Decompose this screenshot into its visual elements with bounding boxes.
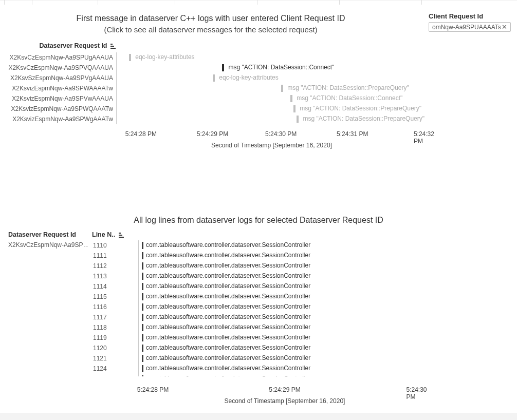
line-number-cell[interactable]: 1121	[92, 355, 138, 362]
gantt-mark[interactable]	[293, 105, 296, 112]
mark-label: com.tableausoftware.controller.dataserve…	[146, 354, 310, 361]
gantt-cell[interactable]: com.tableausoftware.controller.dataserve…	[138, 302, 431, 312]
table-row[interactable]: X2KsvCzEspmNqw-Aa9SPUgAAAUAeqc-log-key-a…	[8, 52, 427, 63]
filter-client-request-id: Client Request Id omNqw-Aa9SPUAAAATs ✕	[429, 12, 511, 32]
gantt-mark[interactable]	[142, 283, 143, 290]
table-row[interactable]: X2KsvCzEspmNqw-Aa9SPVQAAAUAmsg "ACTION: …	[8, 63, 427, 73]
sort-icon[interactable]	[110, 43, 116, 49]
gantt-mark[interactable]	[290, 95, 292, 102]
line-number-cell[interactable]: 1110	[92, 242, 138, 249]
sort-icon[interactable]	[119, 232, 124, 238]
table-row[interactable]: 1110com.tableausoftware.controller.datas…	[92, 240, 431, 251]
line-number-cell[interactable]: 1116	[92, 303, 138, 311]
table-row[interactable]: X2KsvizEspmNqw-Aa9SPWAAAATwmsg "ACTION: …	[8, 83, 427, 93]
line-number-cell[interactable]: 1111	[92, 252, 138, 259]
line-number-cell[interactable]: 1118	[92, 324, 138, 331]
request-id-cell[interactable]: X2KsvizEspmNqw-Aa9SPVwAAAUA	[8, 95, 116, 102]
table-row[interactable]: 1111com.tableausoftware.controller.datas…	[92, 251, 431, 261]
gantt-cell[interactable]: com.tableausoftware.controller.dataserve…	[138, 343, 431, 353]
gantt-mark[interactable]	[142, 273, 143, 280]
table-row[interactable]: 1115com.tableausoftware.controller.datas…	[92, 292, 431, 302]
table-row[interactable]: 1116com.tableausoftware.controller.datas…	[92, 302, 431, 312]
log-lines-scroll[interactable]: 1110com.tableausoftware.controller.datas…	[92, 240, 431, 376]
line-number-cell[interactable]: 1117	[92, 314, 138, 321]
gantt-mark[interactable]	[142, 314, 143, 321]
gantt-cell[interactable]: com.tableausoftware.controller.dataserve…	[138, 364, 431, 374]
table-row[interactable]: 1118com.tableausoftware.controller.datas…	[92, 322, 431, 333]
column-header-dataserver-request-id[interactable]: Dataserver Request Id	[8, 42, 116, 49]
gantt-cell[interactable]: msg "ACTION: DataSession::PrepareQuery"	[116, 114, 427, 124]
gantt-mark[interactable]	[142, 262, 143, 270]
gantt-cell[interactable]: com.tableausoftware.controller.dataserve…	[138, 322, 431, 333]
gantt-cell[interactable]: com.tableausoftware.controller.dataserve…	[138, 240, 431, 251]
request-id-cell[interactable]: X2KsvSzEspmNqw-Aa9SPVgAAAUA	[8, 74, 116, 82]
gantt-mark[interactable]	[142, 324, 143, 331]
gantt-cell[interactable]: com.tableausoftware.controller.dataserve…	[138, 261, 431, 271]
gantt-mark[interactable]	[142, 345, 143, 352]
gantt-mark[interactable]	[142, 355, 143, 362]
line-number-cell[interactable]: 1115	[92, 293, 138, 300]
gantt-mark[interactable]	[142, 375, 143, 376]
line-number-cell[interactable]: 1113	[92, 273, 138, 280]
mark-label: com.tableausoftware.controller.dataserve…	[146, 313, 310, 320]
table-row[interactable]: 1120com.tableausoftware.controller.datas…	[92, 343, 431, 353]
line-number-cell[interactable]: 1124	[92, 365, 138, 372]
filter-chip[interactable]: omNqw-Aa9SPUAAAATs ✕	[429, 22, 511, 32]
panel1-title: First message in dataserver C++ logs wit…	[0, 14, 421, 23]
gantt-cell[interactable]: com.tableausoftware.controller.dataserve…	[138, 281, 431, 292]
gantt-cell[interactable]: msg "ACTION: DataSession::Connect"	[116, 93, 427, 104]
request-id-cell[interactable]: X2KsvizEspmNqw-Aa9SPWAAAATw	[8, 85, 116, 92]
request-id-cell[interactable]: X2KsvizEspmNqw-Aa9SPWgAAATw	[8, 116, 116, 123]
gantt-mark[interactable]	[142, 334, 143, 341]
gantt-mark[interactable]	[142, 252, 143, 259]
request-id-cell[interactable]: X2KsvCzEspmNqw-Aa9SPUgAAAUA	[8, 54, 116, 61]
line-number-cell[interactable]: 1120	[92, 345, 138, 352]
gantt-cell[interactable]: com.tableausoftware.controller.dataserve…	[138, 292, 431, 302]
table-row[interactable]: 1124com.tableausoftware.controller.datas…	[92, 364, 431, 374]
line-number-cell[interactable]: 1114	[92, 283, 138, 290]
table-row[interactable]: 1119com.tableausoftware.controller.datas…	[92, 333, 431, 343]
table-row[interactable]: 1117com.tableausoftware.controller.datas…	[92, 312, 431, 322]
gantt-mark[interactable]	[222, 64, 224, 71]
gantt-cell[interactable]: com.tableausoftware.controller.dataserve…	[138, 312, 431, 322]
axis-tick: 5:24:30 PM	[265, 130, 297, 138]
gantt-mark[interactable]	[129, 54, 131, 61]
gantt-cell[interactable]: msg "ACTION: DataSession::PrepareQuery"	[116, 83, 427, 93]
table-row[interactable]: X2KsvizEspmNqw-Aa9SPWQAAATwmsg "ACTION: …	[8, 104, 427, 114]
close-icon[interactable]: ✕	[501, 23, 508, 31]
table-row[interactable]: 1125com.tableausoftware.controller.datas…	[92, 374, 431, 376]
gantt-cell[interactable]: com.tableausoftware.controller.dataserve…	[138, 353, 431, 364]
gantt-cell[interactable]: eqc-log-key-attributes	[116, 73, 427, 83]
gantt-mark[interactable]	[213, 74, 215, 82]
gantt-mark[interactable]	[142, 365, 143, 372]
chart-first-message: Dataserver Request Id X2KsvCzEspmNqw-Aa9…	[8, 42, 427, 150]
table-row[interactable]: X2KsvizEspmNqw-Aa9SPWgAAATwmsg "ACTION: …	[8, 114, 427, 124]
topnav-dividers	[0, 0, 517, 5]
gantt-cell[interactable]: com.tableausoftware.controller.dataserve…	[138, 374, 431, 376]
gantt-cell[interactable]: eqc-log-key-attributes	[116, 52, 427, 63]
request-id-cell[interactable]: X2KsvCzEspmNqw-Aa9SPVQAAAUA	[8, 64, 116, 71]
gantt-mark[interactable]	[142, 303, 143, 311]
gantt-mark[interactable]	[297, 116, 299, 123]
column-header-line-number[interactable]: Line N..	[92, 231, 124, 238]
line-number-cell[interactable]: 1125	[92, 375, 138, 376]
gantt-cell[interactable]: msg "ACTION: DataSession::Connect"	[116, 63, 427, 73]
gantt-mark[interactable]	[142, 293, 143, 300]
request-id-cell[interactable]: X2KsvizEspmNqw-Aa9SPWQAAATw	[8, 105, 116, 112]
table-row[interactable]: 1114com.tableausoftware.controller.datas…	[92, 281, 431, 292]
table-row[interactable]: 1113com.tableausoftware.controller.datas…	[92, 271, 431, 281]
selected-request-id[interactable]: X2KsvCzEspmNqw-Aa9SP…	[8, 241, 88, 249]
gantt-mark[interactable]	[142, 242, 143, 249]
gantt-cell[interactable]: com.tableausoftware.controller.dataserve…	[138, 271, 431, 281]
gantt-cell[interactable]: com.tableausoftware.controller.dataserve…	[138, 251, 431, 261]
gantt-cell[interactable]: msg "ACTION: DataSession::PrepareQuery"	[116, 104, 427, 114]
line-number-cell[interactable]: 1112	[92, 262, 138, 270]
gantt-cell[interactable]: com.tableausoftware.controller.dataserve…	[138, 333, 431, 343]
column-header-dataserver-request-id[interactable]: Dataserver Request Id	[8, 231, 76, 238]
table-row[interactable]: 1112com.tableausoftware.controller.datas…	[92, 261, 431, 271]
table-row[interactable]: X2KsvizEspmNqw-Aa9SPVwAAAUAmsg "ACTION: …	[8, 93, 427, 104]
table-row[interactable]: 1121com.tableausoftware.controller.datas…	[92, 353, 431, 364]
gantt-mark[interactable]	[281, 85, 283, 92]
line-number-cell[interactable]: 1119	[92, 334, 138, 341]
table-row[interactable]: X2KsvSzEspmNqw-Aa9SPVgAAAUAeqc-log-key-a…	[8, 73, 427, 83]
